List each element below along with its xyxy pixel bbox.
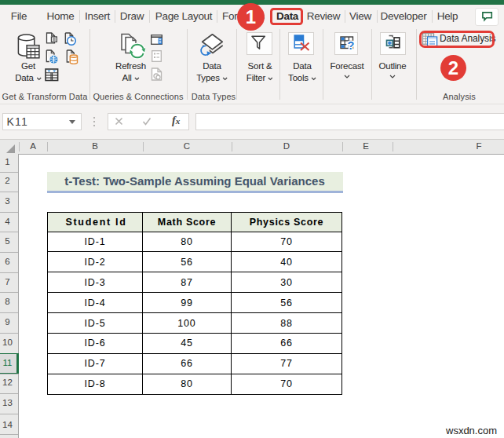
svg-text:?: ? <box>348 39 355 51</box>
